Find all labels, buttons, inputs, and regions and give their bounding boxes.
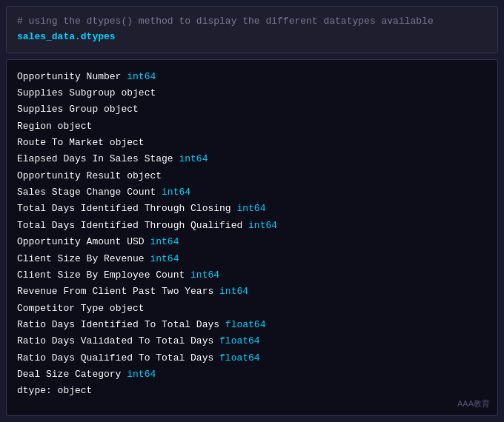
output-line: Supplies Group object <box>17 101 487 118</box>
output-line: Sales Stage Change Count int64 <box>17 184 487 201</box>
output-line: Opportunity Result object <box>17 168 487 184</box>
output-line: Competitor Type object <box>17 301 487 317</box>
output-line: Deal Size Category int64 <box>17 366 487 383</box>
output-line: Total Days Identified Through Qualified … <box>17 218 487 234</box>
output-line: Ratio Days Identified To Total Days floa… <box>17 317 487 333</box>
output-line: Revenue From Client Past Two Years int64 <box>17 284 487 300</box>
comment-text: # using the dtypes() method to display t… <box>17 14 487 30</box>
output-line: Elapsed Days In Sales Stage int64 <box>17 151 487 167</box>
output-line: Route To Market object <box>17 135 487 151</box>
output-line: Opportunity Amount USD int64 <box>17 234 487 250</box>
output-line: Region object <box>17 118 487 135</box>
output-line: Supplies Subgroup object <box>17 85 487 101</box>
output-line: Client Size By Revenue int64 <box>17 251 487 267</box>
output-block: Opportunity Number int64Supplies Subgrou… <box>6 59 498 416</box>
output-line: Ratio Days Validated To Total Days float… <box>17 333 487 349</box>
output-line: Client Size By Employee Count int64 <box>17 267 487 284</box>
watermark: AAA教育 <box>457 398 490 409</box>
output-line: Opportunity Number int64 <box>17 69 487 85</box>
output-line: dtype: object <box>17 383 487 399</box>
output-line: Total Days Identified Through Closing in… <box>17 201 487 217</box>
code-block: # using the dtypes() method to display t… <box>6 6 498 53</box>
code-statement: sales_data.dtypes <box>17 30 487 45</box>
output-line: Ratio Days Qualified To Total Days float… <box>17 350 487 366</box>
